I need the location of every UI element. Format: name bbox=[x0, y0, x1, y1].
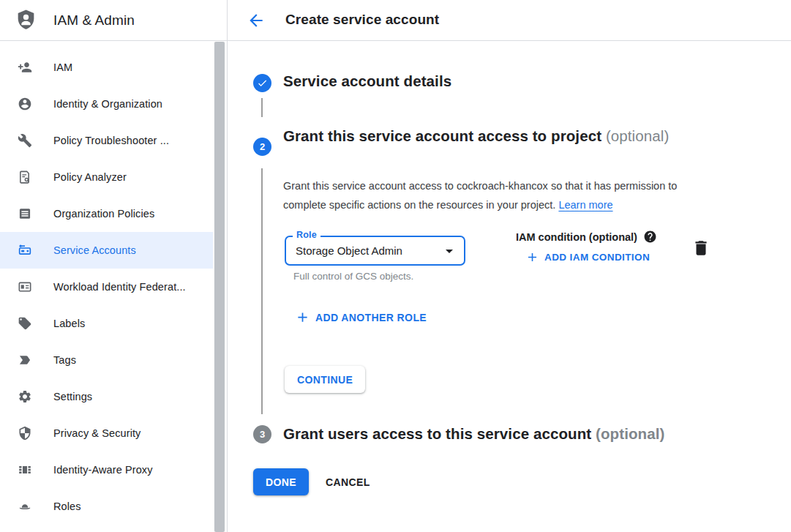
step-connector bbox=[261, 98, 263, 117]
sidebar-item-label: Identity & Organization bbox=[53, 98, 162, 110]
step-connector bbox=[261, 168, 263, 414]
service-accounts-icon bbox=[18, 243, 32, 258]
sidebar-item-label: Settings bbox=[53, 391, 92, 402]
sidebar-item-service-accounts[interactable]: Service Accounts bbox=[0, 232, 213, 269]
step2-optional-label: (optional) bbox=[606, 127, 669, 144]
sidebar-item-settings[interactable]: Settings bbox=[0, 378, 213, 415]
sidebar-item-labels[interactable]: Labels bbox=[0, 305, 213, 342]
person-add-icon bbox=[18, 60, 32, 75]
step3-number: 3 bbox=[260, 429, 265, 440]
sidebar-scrollbar-thumb[interactable] bbox=[214, 42, 225, 532]
sidebar-item-label: Identity-Aware Proxy bbox=[53, 464, 153, 476]
policy-analyzer-icon bbox=[18, 170, 32, 184]
back-button[interactable] bbox=[247, 11, 266, 30]
sidebar-item-label: Policy Troubleshooter ... bbox=[53, 135, 169, 146]
page-title: Create service account bbox=[285, 12, 439, 28]
cancel-button[interactable]: CANCEL bbox=[313, 469, 383, 495]
sidebar-item-roles[interactable]: Roles bbox=[0, 488, 213, 525]
create-service-account-page: IAM & Admin IAM Identity & Organization … bbox=[0, 0, 791, 532]
workload-identity-icon bbox=[18, 280, 32, 294]
iam-condition-label: IAM condition (optional) bbox=[516, 230, 657, 244]
sidebar-item-tags[interactable]: Tags bbox=[0, 342, 213, 378]
continue-button[interactable]: CONTINUE bbox=[285, 366, 365, 393]
sidebar-item-privacy-security[interactable]: Privacy & Security bbox=[0, 415, 213, 452]
sidebar-scrollbar-track bbox=[214, 42, 226, 532]
sidebar-item-label: Service Accounts bbox=[53, 244, 136, 256]
sidebar-item-label: Policy Analyzer bbox=[53, 171, 127, 183]
role-selected-value: Storage Object Admin bbox=[296, 237, 402, 264]
chevron-down-icon bbox=[441, 242, 458, 260]
sidebar-header: IAM & Admin bbox=[0, 0, 227, 41]
sidebar-item-workload-identity-federation[interactable]: Workload Identity Federat... bbox=[0, 269, 213, 305]
product-title: IAM & Admin bbox=[53, 12, 135, 29]
hat-icon bbox=[18, 499, 32, 514]
proxy-grid-icon bbox=[18, 462, 32, 477]
learn-more-link[interactable]: Learn more bbox=[558, 199, 612, 211]
sidebar-item-label: Workload Identity Federat... bbox=[53, 281, 186, 293]
sidebar-item-policy-troubleshooter[interactable]: Policy Troubleshooter ... bbox=[0, 122, 213, 159]
sidebar-nav: IAM Identity & Organization Policy Troub… bbox=[0, 42, 213, 525]
sidebar-item-label: IAM bbox=[53, 61, 72, 73]
add-iam-condition-label: ADD IAM CONDITION bbox=[544, 252, 650, 263]
sidebar-item-label: Roles bbox=[53, 501, 81, 512]
step2-number: 2 bbox=[260, 141, 265, 152]
gear-icon bbox=[18, 389, 32, 404]
sidebar-item-policy-analyzer[interactable]: Policy Analyzer bbox=[0, 159, 213, 195]
done-button[interactable]: DONE bbox=[253, 468, 309, 495]
sidebar-item-identity-aware-proxy[interactable]: Identity-Aware Proxy bbox=[0, 452, 213, 488]
shield-person-icon bbox=[14, 8, 38, 32]
sidebar-item-label: Tags bbox=[53, 354, 76, 366]
step2-title: Grant this service account access to pro… bbox=[283, 127, 601, 144]
account-circle-icon bbox=[18, 97, 32, 111]
sidebar-item-iam[interactable]: IAM bbox=[0, 49, 213, 86]
role-helper-text: Full control of GCS objects. bbox=[293, 271, 413, 282]
add-another-role-label: ADD ANOTHER ROLE bbox=[315, 312, 427, 323]
sidebar-item-label: Labels bbox=[53, 318, 85, 329]
shield-half-icon bbox=[18, 426, 32, 441]
step3-heading: Grant users access to this service accou… bbox=[283, 425, 664, 443]
step2-number-indicator: 2 bbox=[253, 138, 271, 156]
label-tag-icon bbox=[18, 316, 32, 331]
add-iam-condition-button[interactable]: ADD IAM CONDITION bbox=[525, 250, 650, 264]
check-icon bbox=[257, 78, 268, 89]
wrench-icon bbox=[18, 133, 32, 148]
tag-icon bbox=[18, 353, 32, 367]
sidebar-item-organization-policies[interactable]: Organization Policies bbox=[0, 195, 213, 232]
step3-number-indicator: 3 bbox=[253, 425, 271, 443]
iam-condition-label-text: IAM condition (optional) bbox=[516, 231, 637, 243]
arrow-back-icon bbox=[247, 11, 266, 30]
sidebar: IAM & Admin IAM Identity & Organization … bbox=[0, 0, 228, 532]
step3-optional-label: (optional) bbox=[596, 425, 664, 442]
plus-icon bbox=[525, 250, 544, 264]
org-policies-icon bbox=[18, 206, 32, 221]
help-icon[interactable] bbox=[643, 230, 657, 244]
role-select[interactable]: Role Storage Object Admin bbox=[285, 236, 465, 266]
plus-icon bbox=[295, 310, 315, 325]
sidebar-item-label: Organization Policies bbox=[53, 208, 154, 220]
add-another-role-button[interactable]: ADD ANOTHER ROLE bbox=[295, 310, 427, 325]
sidebar-item-identity-organization[interactable]: Identity & Organization bbox=[0, 86, 213, 122]
step2-heading: Grant this service account access to pro… bbox=[283, 124, 669, 149]
main-header: Create service account bbox=[228, 0, 791, 41]
trash-icon[interactable] bbox=[691, 239, 711, 258]
step2-description-text: Grant this service account access to coc… bbox=[283, 180, 677, 211]
step1-completed-indicator bbox=[253, 74, 271, 92]
step3-title: Grant users access to this service accou… bbox=[283, 425, 591, 442]
sidebar-item-label: Privacy & Security bbox=[53, 427, 140, 439]
step2-description: Grant this service account access to coc… bbox=[283, 177, 706, 214]
step1-title: Service account details bbox=[283, 72, 451, 90]
